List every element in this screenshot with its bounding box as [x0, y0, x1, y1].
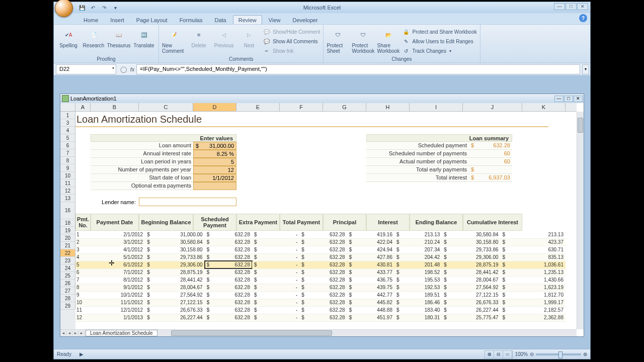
table-row[interactable]: 10 11/1/2012 $27,122.15 $632.28 $- $632.…	[75, 299, 566, 306]
allow-edit-button[interactable]: ✎Allow Users to Edit Ranges	[402, 37, 476, 45]
table-row[interactable]: 2 3/1/2012 $30,580.84 $632.28 $- $632.28…	[75, 238, 566, 246]
row-header[interactable]: 6	[60, 142, 75, 149]
cancel-icon[interactable]: ◯	[118, 66, 128, 73]
grid[interactable]: Loan Amortization Schedule Enter values …	[75, 112, 577, 329]
table-row[interactable]: 6 7/1/2012 $28,875.19 $632.28 $- $632.28…	[75, 268, 566, 276]
row-header[interactable]: 5	[60, 134, 75, 142]
zoom-level[interactable]: 100%	[515, 351, 528, 357]
row-header[interactable]: 22	[60, 249, 75, 257]
row-header[interactable]: 25	[60, 272, 75, 280]
close-button[interactable]: ✕	[577, 3, 588, 10]
tab-review[interactable]: Review	[233, 15, 262, 24]
lender-input[interactable]	[139, 198, 236, 206]
select-all-corner[interactable]	[60, 103, 75, 112]
office-button[interactable]	[55, 0, 75, 19]
tab-home[interactable]: Home	[78, 15, 104, 24]
row-header[interactable]: 11	[60, 179, 75, 187]
column-header-C[interactable]: C	[139, 103, 193, 111]
column-header-D[interactable]: D	[193, 103, 236, 111]
row-header[interactable]: 3	[60, 119, 75, 127]
share-workbook-button[interactable]: 📂Share Workbook	[377, 26, 400, 54]
sheet-tab[interactable]: Loan Amortization Schedule	[86, 330, 157, 336]
qat-custom-icon[interactable]: ▾	[111, 4, 119, 12]
view-buttons[interactable]: ▦▤▭	[485, 350, 513, 358]
fx-icon[interactable]: fx	[128, 66, 136, 72]
track-changes-button[interactable]: ↺Track Changes▾	[402, 47, 476, 55]
row-header[interactable]: 24	[60, 264, 75, 272]
row-header[interactable]: 8	[60, 157, 75, 164]
vertical-scroll-thumb[interactable]	[578, 118, 583, 133]
row-header[interactable]: 28	[60, 295, 75, 302]
tab-insert[interactable]: Insert	[105, 15, 130, 24]
sheet-nav[interactable]: ◂◂▸▸	[60, 331, 85, 335]
tab-view[interactable]: View	[263, 15, 286, 24]
save-icon[interactable]: 💾	[78, 4, 86, 12]
row-header[interactable]: 1	[60, 112, 75, 119]
row-header[interactable]: 21	[60, 242, 75, 249]
row-header[interactable]: 26	[60, 280, 75, 287]
column-header-B[interactable]: B	[91, 103, 139, 111]
horizontal-scrollbar[interactable]	[171, 329, 577, 336]
row-header[interactable]: 7	[60, 149, 75, 157]
column-header-H[interactable]: H	[366, 103, 410, 111]
table-row[interactable]: 7 8/1/2012 $28,441.42 $632.28 $- $632.28…	[75, 276, 566, 284]
horizontal-scroll-thumb[interactable]	[171, 330, 332, 336]
table-row[interactable]: 4 5/1/2012 $29,733.86 $632.28 $- $632.28…	[75, 253, 566, 261]
translate-button[interactable]: 🔤Translate	[132, 26, 155, 48]
thesaurus-button[interactable]: 📖Thesaurus	[107, 26, 130, 48]
table-row[interactable]: 8 9/1/2012 $28,004.67 $632.28 $- $632.28…	[75, 284, 566, 291]
row-header[interactable]: 23	[60, 257, 75, 264]
workbook-maximize-button[interactable]: □	[564, 96, 573, 102]
row-header[interactable]: 13	[60, 195, 75, 202]
tab-data[interactable]: Data	[209, 15, 231, 24]
next-comment-button[interactable]: ▷Next	[237, 26, 261, 48]
column-header-G[interactable]: G	[323, 103, 366, 111]
show-ink-button[interactable]: ✒Show Ink	[263, 47, 320, 55]
column-header-A[interactable]: A	[75, 103, 91, 111]
workbook-close-button[interactable]: ✕	[574, 96, 583, 102]
row-header[interactable]: 16	[60, 202, 75, 219]
zoom-slider[interactable]	[536, 353, 581, 355]
name-box[interactable]: D22	[56, 64, 116, 74]
tab-page-layout[interactable]: Page Layout	[131, 15, 173, 24]
delete-comment-button[interactable]: ✖Delete	[187, 26, 210, 48]
column-header-E[interactable]: E	[236, 103, 280, 111]
row-header[interactable]: 29	[60, 302, 75, 310]
previous-comment-button[interactable]: ◁Previous	[212, 26, 235, 48]
column-header-F[interactable]: F	[280, 103, 323, 111]
table-row[interactable]: 5 6/1/2012 $29,306.00 $632.28 $- $632.28…	[75, 261, 566, 268]
formula-expand-icon[interactable]: ▾	[582, 64, 589, 74]
maximize-button[interactable]: □	[566, 3, 577, 10]
column-header-K[interactable]: K	[522, 103, 566, 111]
protect-sheet-button[interactable]: 🛡Protect Sheet	[327, 26, 350, 54]
row-header[interactable]: 10	[60, 172, 75, 179]
tab-formulas[interactable]: Formulas	[174, 15, 208, 24]
table-row[interactable]: 9 10/1/2012 $27,564.92 $632.28 $- $632.2…	[75, 291, 566, 299]
redo-icon[interactable]: ↷	[100, 4, 108, 12]
show-hide-comment-button[interactable]: 💬Show/Hide Comment	[263, 28, 320, 36]
formula-bar[interactable]: =IF(Pay_Num<>"",Scheduled_Monthly_Paymen…	[136, 64, 580, 74]
new-comment-button[interactable]: 📝New Comment	[162, 26, 185, 54]
row-header[interactable]: 19	[60, 227, 75, 234]
workbook-minimize-button[interactable]: —	[554, 96, 564, 102]
table-row[interactable]: 11 12/1/2012 $26,676.33 $632.28 $- $632.…	[75, 306, 566, 314]
row-header[interactable]: 4	[60, 127, 75, 134]
input-cell[interactable]: 12	[193, 166, 236, 174]
row-header[interactable]: 27	[60, 287, 75, 295]
input-cell[interactable]: $31,000.00	[193, 142, 236, 150]
table-row[interactable]: 3 4/1/2012 $30,158.80 $632.28 $- $632.28…	[75, 246, 566, 253]
research-button[interactable]: 📄Research	[82, 26, 105, 48]
undo-icon[interactable]: ↶	[89, 4, 97, 12]
input-cell[interactable]: 1/1/2012	[193, 174, 236, 182]
minimize-button[interactable]: —	[554, 3, 565, 10]
help-icon[interactable]: ?	[579, 14, 587, 22]
vertical-scrollbar[interactable]	[577, 112, 584, 329]
table-row[interactable]: 1 2/1/2012 $31,000.00 $632.28 $- $632.28…	[75, 231, 566, 238]
table-row[interactable]: 12 1/1/2013 $26,227.44 $632.28 $- $632.2…	[75, 314, 566, 321]
input-cell[interactable]	[193, 182, 236, 190]
protect-workbook-button[interactable]: 🛡Protect Workbook	[352, 26, 375, 54]
tab-developer[interactable]: Developer	[287, 15, 323, 24]
column-header-J[interactable]: J	[463, 103, 522, 111]
row-header[interactable]: 18	[60, 219, 75, 227]
zoom-in-button[interactable]: ⊕	[583, 351, 587, 357]
